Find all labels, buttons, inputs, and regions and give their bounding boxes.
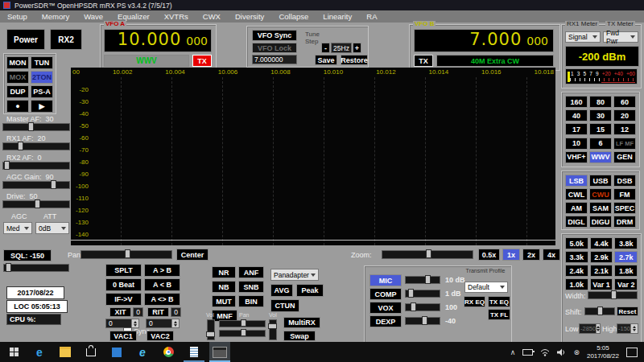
pan-b-slider-thumb[interactable] bbox=[241, 329, 246, 336]
bin-button[interactable]: BIN bbox=[238, 295, 264, 307]
mic-slider[interactable] bbox=[405, 276, 440, 284]
action-center-icon[interactable] bbox=[626, 348, 638, 357]
filter-3-3k-button[interactable]: 3.3k bbox=[565, 251, 588, 263]
mode-spec-button[interactable]: SPEC bbox=[613, 202, 636, 214]
transmit-profile-select[interactable]: Default bbox=[464, 282, 508, 293]
start-button[interactable] bbox=[3, 342, 24, 362]
att-select[interactable]: 0dB bbox=[35, 222, 69, 234]
agc-gain-slider-thumb[interactable] bbox=[51, 180, 56, 189]
band-12-button[interactable]: 12 bbox=[613, 123, 636, 135]
zoom-1x-button[interactable]: 1x bbox=[502, 249, 520, 261]
menu-setup[interactable]: Setup bbox=[0, 12, 35, 21]
tray-network-icon[interactable] bbox=[540, 348, 550, 356]
rx2-button[interactable]: RX2 bbox=[50, 29, 82, 50]
zoom-slider-thumb[interactable] bbox=[426, 249, 431, 258]
tray-status-icon[interactable]: ⊗ bbox=[573, 348, 580, 356]
band-17-button[interactable]: 17 bbox=[565, 123, 588, 135]
filter-2-9k-button[interactable]: 2.9k bbox=[590, 251, 613, 263]
vfo-a-frequency[interactable]: 10.000 000 bbox=[104, 29, 212, 52]
dexp-slider[interactable] bbox=[405, 317, 440, 325]
swap-button[interactable]: Swap bbox=[283, 331, 316, 341]
mode-fm-button[interactable]: FM bbox=[613, 188, 636, 200]
a-swap-b-button[interactable]: A <> B bbox=[144, 293, 180, 306]
dexp-slider-thumb[interactable] bbox=[422, 316, 427, 325]
vfo-lock-button[interactable]: VFO Lock bbox=[252, 43, 297, 53]
squelch-button[interactable]: SQL: -150 bbox=[3, 249, 52, 261]
taskbar-clock[interactable]: 5:05 2017/08/22 bbox=[587, 344, 619, 360]
snb-button[interactable]: SNB bbox=[238, 281, 264, 293]
rx2-af-slider-thumb[interactable] bbox=[4, 161, 10, 170]
filter-shift-slider-thumb[interactable] bbox=[597, 306, 603, 315]
title-bar[interactable]: PowerSDR™ OpenHPSDR mRX PS v3.4.2 (7/5/1… bbox=[0, 0, 644, 10]
band-160-button[interactable]: 160 bbox=[565, 96, 588, 108]
tray-battery-icon[interactable] bbox=[522, 349, 533, 356]
a-to-b-button[interactable]: A > B bbox=[144, 264, 180, 277]
filter-2-1k-button[interactable]: 2.1k bbox=[590, 265, 613, 277]
xit-button[interactable]: XIT bbox=[109, 307, 131, 317]
vox-slider-thumb[interactable] bbox=[411, 302, 416, 311]
mode-drm-button[interactable]: DRM bbox=[613, 216, 636, 228]
b-to-a-button[interactable]: A < B bbox=[144, 278, 180, 291]
menu-diversity[interactable]: Diversity bbox=[228, 12, 271, 21]
comp-slider-thumb[interactable] bbox=[408, 289, 414, 298]
filter-width-slider-thumb[interactable] bbox=[611, 290, 617, 299]
mode-cwu-button[interactable]: CWU bbox=[589, 188, 612, 200]
taskbar-document-icon[interactable] bbox=[184, 342, 204, 362]
band-20-button[interactable]: 20 bbox=[613, 109, 636, 121]
band-6-button[interactable]: 6 bbox=[589, 138, 612, 150]
pan-slider-thumb[interactable] bbox=[125, 249, 130, 258]
filter-2-4k-button[interactable]: 2.4k bbox=[565, 265, 588, 277]
mode-lsb-button[interactable]: LSB bbox=[565, 175, 588, 187]
filter-var1-button[interactable]: Var 1 bbox=[590, 278, 613, 290]
mode-cwl-button[interactable]: CWL bbox=[565, 188, 588, 200]
band-80-button[interactable]: 80 bbox=[589, 96, 612, 108]
taskbar-internet-explorer-icon[interactable]: e bbox=[132, 342, 153, 362]
save-button[interactable]: Save bbox=[315, 55, 337, 65]
squelch-slider[interactable] bbox=[3, 264, 69, 272]
menu-linearity[interactable]: Linearity bbox=[316, 12, 359, 21]
band-60-button[interactable]: 60 bbox=[613, 96, 636, 108]
vol-a-slider[interactable] bbox=[207, 319, 215, 340]
master-af-slider[interactable] bbox=[2, 123, 70, 131]
dexp-button[interactable]: DEXP bbox=[369, 315, 402, 327]
anf-button[interactable]: ANF bbox=[238, 266, 264, 278]
drive-slider[interactable] bbox=[2, 200, 70, 208]
filter-high-spinner[interactable] bbox=[630, 324, 638, 333]
rx-eq-button[interactable]: RX EQ bbox=[464, 296, 485, 307]
menu-memory[interactable]: Memory bbox=[35, 12, 76, 21]
band-15-button[interactable]: 15 bbox=[589, 123, 612, 135]
restore-button[interactable]: Restore bbox=[341, 55, 368, 65]
dup-button[interactable]: DUP bbox=[6, 85, 29, 98]
agc-select[interactable]: Med bbox=[3, 222, 32, 234]
pan-a-slider[interactable] bbox=[219, 320, 266, 327]
filter-width-slider[interactable] bbox=[588, 291, 638, 299]
xit-spinner[interactable] bbox=[131, 319, 138, 327]
vol-b-slider-thumb[interactable] bbox=[268, 323, 277, 329]
ps-a-button[interactable]: PS-A bbox=[31, 85, 53, 98]
filter-low-stepper[interactable]: -2850 bbox=[579, 323, 601, 334]
mode-digl-button[interactable]: DIGL bbox=[565, 216, 588, 228]
comp-slider[interactable] bbox=[405, 290, 440, 298]
mon-button[interactable]: MON bbox=[6, 56, 29, 69]
filter-var2-button[interactable]: Var 2 bbox=[614, 278, 638, 290]
menu-collapse[interactable]: Collapse bbox=[271, 12, 316, 21]
taskbar-file-explorer-icon[interactable] bbox=[55, 342, 76, 362]
mode-sam-button[interactable]: SAM bbox=[589, 202, 612, 214]
filter-3-8k-button[interactable]: 3.8k bbox=[614, 237, 638, 249]
tune-step-up-button[interactable]: + bbox=[353, 43, 361, 53]
zero-beat-button[interactable]: 0 Beat bbox=[105, 278, 142, 291]
mode-dsb-button[interactable]: DSB bbox=[613, 175, 636, 187]
drive-slider-thumb[interactable] bbox=[35, 200, 40, 208]
rit-spinner[interactable] bbox=[171, 319, 179, 327]
taskbar-store-icon[interactable] bbox=[80, 342, 101, 362]
vfo-b-tx-button[interactable]: TX bbox=[414, 55, 433, 67]
tx-meter-select[interactable]: Fwd Pwr bbox=[603, 31, 638, 43]
multirx-button[interactable]: MultiRX bbox=[283, 317, 320, 328]
if-to-vfo-button[interactable]: IF->V bbox=[105, 293, 142, 306]
vol-a-slider-thumb[interactable] bbox=[206, 331, 215, 337]
mox-button[interactable]: MOX bbox=[6, 71, 29, 84]
pan-b-slider[interactable] bbox=[219, 330, 266, 337]
mut-button[interactable]: MUT bbox=[212, 295, 236, 307]
filter-shift-slider[interactable] bbox=[584, 307, 615, 315]
memory-frequency-field[interactable]: 7.000000 bbox=[252, 55, 297, 64]
